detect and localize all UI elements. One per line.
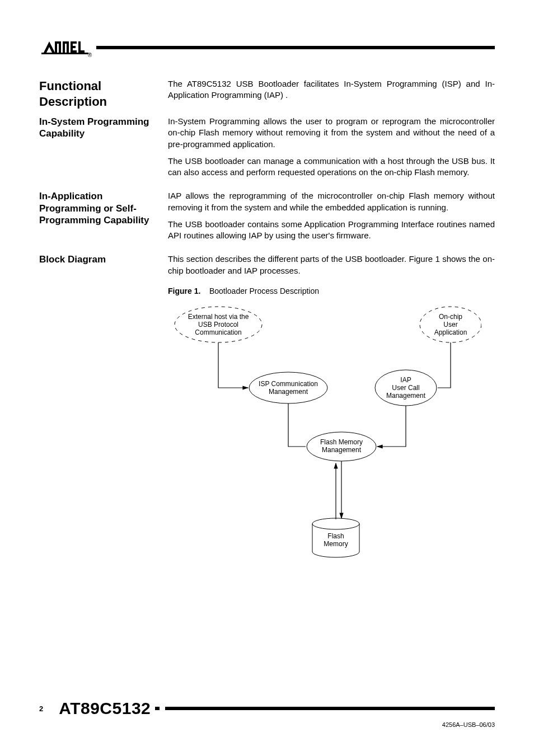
node-iap-l2: User Call bbox=[392, 384, 419, 392]
svg-rect-8 bbox=[71, 41, 77, 44]
header-rule: ® bbox=[39, 39, 495, 56]
chip-name: AT89C5132 bbox=[59, 699, 151, 718]
heading-functional: Functional Description bbox=[39, 78, 160, 109]
para-block-1: This section describes the different par… bbox=[168, 253, 495, 276]
section-isp: In-System Programming Capability In-Syst… bbox=[39, 116, 495, 184]
svg-rect-6 bbox=[63, 41, 69, 44]
node-onchip-l2: User bbox=[443, 321, 457, 328]
page: ® Functional Description The AT89C5132 U… bbox=[0, 0, 534, 756]
figure-caption: Figure 1. Bootloader Process Description bbox=[168, 287, 495, 295]
node-flashmem-l1: Flash bbox=[327, 532, 344, 540]
block-diagram: External host via the USB Protocol Commu… bbox=[168, 301, 481, 570]
header-bar bbox=[96, 46, 495, 49]
page-number: 2 bbox=[39, 705, 43, 713]
figure-caption-text: Bootloader Process Description bbox=[209, 287, 319, 295]
heading-iap: In-Application Programming or Self-Progr… bbox=[39, 190, 160, 226]
para-isp-1: In-System Programming allows the user to… bbox=[168, 116, 495, 150]
svg-rect-9 bbox=[71, 46, 76, 48]
para-isp-2: The USB bootloader can manage a communic… bbox=[168, 156, 495, 179]
node-onchip-l1: On-chip bbox=[439, 313, 462, 321]
node-onchip-l3: Application bbox=[434, 328, 467, 336]
heading-block: Block Diagram bbox=[39, 253, 160, 265]
svg-rect-10 bbox=[71, 50, 77, 53]
para-iap-1: IAP allows the reprogramming of the micr… bbox=[168, 190, 495, 213]
svg-rect-0 bbox=[41, 53, 88, 54]
node-external-host-l3: Communication bbox=[195, 328, 241, 336]
node-isp-l1: ISP Communication bbox=[259, 380, 318, 388]
node-iap-l1: IAP bbox=[400, 376, 411, 384]
section-functional: Functional Description The AT89C5132 USB… bbox=[39, 78, 495, 109]
doc-id: 4256A–USB–06/03 bbox=[39, 721, 495, 728]
footer-bar-small bbox=[155, 707, 160, 710]
atmel-logo: ® bbox=[39, 39, 91, 56]
heading-isp: In-System Programming Capability bbox=[39, 116, 160, 140]
flash-memory-cylinder: Flash Memory bbox=[312, 518, 359, 557]
node-flashmgmt-l1: Flash Memory bbox=[320, 438, 363, 446]
svg-rect-12 bbox=[78, 50, 85, 53]
node-flashmem-l2: Memory bbox=[324, 540, 348, 548]
para-iap-2: The USB bootloader contains some Applica… bbox=[168, 219, 495, 242]
svg-point-18 bbox=[312, 518, 359, 529]
section-block: Block Diagram This section describes the… bbox=[39, 253, 495, 570]
registered-mark-icon: ® bbox=[88, 52, 92, 58]
svg-rect-3 bbox=[55, 41, 61, 44]
page-footer: 2 AT89C5132 4256A–USB–06/03 bbox=[39, 699, 495, 728]
node-external-host-l2: USB Protocol bbox=[198, 321, 238, 328]
section-iap: In-Application Programming or Self-Progr… bbox=[39, 190, 495, 247]
node-flashmgmt-l2: Management bbox=[322, 446, 362, 454]
figure-label: Figure 1. bbox=[168, 287, 200, 295]
node-isp-l2: Management bbox=[269, 388, 308, 396]
node-external-host-l1: External host via the bbox=[188, 313, 249, 321]
node-iap-l3: Management bbox=[386, 392, 426, 400]
para-functional-1: The AT89C5132 USB Bootloader facilitates… bbox=[168, 78, 495, 101]
footer-bar bbox=[165, 707, 495, 710]
